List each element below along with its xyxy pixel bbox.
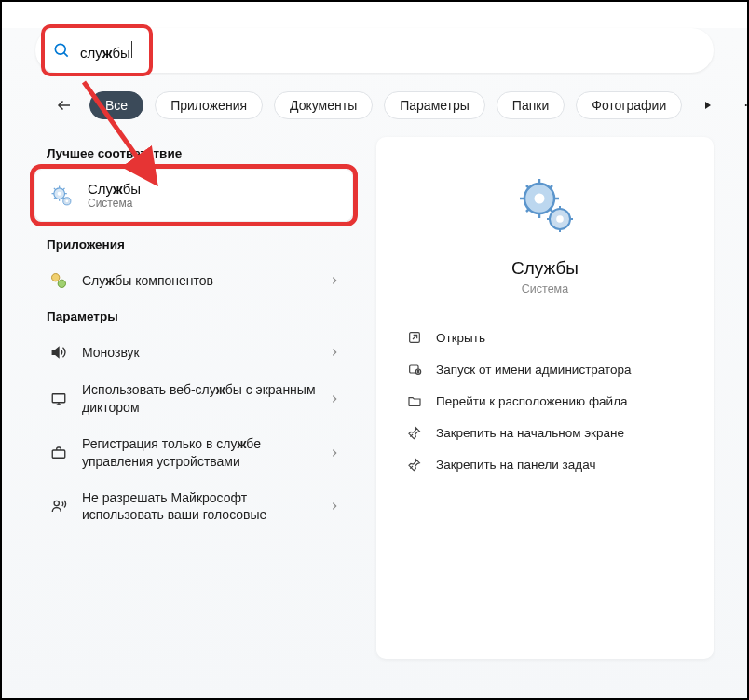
services-icon [48,183,75,209]
monitor-icon [48,389,69,409]
svg-point-0 [55,44,65,54]
action-pin-start[interactable]: Закрепить на начальном экране [401,417,689,448]
action-label: Перейти к расположению файла [436,394,628,408]
shield-admin-icon [406,361,423,377]
search-input[interactable]: службы [35,28,714,73]
action-label: Закрепить на панели задач [436,458,595,472]
preview-panel: Службы Система Открыть Запуск от имени а… [376,137,714,659]
param-mono-audio[interactable]: Монозвук [35,333,352,372]
best-match-title: Службы [88,181,141,197]
chevron-right-icon [330,393,339,405]
action-open-location[interactable]: Перейти к расположению файла [401,385,689,417]
speaker-icon [48,342,69,363]
section-apps: Приложения [47,238,352,252]
action-label: Закрепить на начальном экране [436,426,624,440]
section-params: Параметры [47,309,352,323]
param-web-services-narrator[interactable]: Использовать веб-службы с экранным дикто… [35,372,352,426]
preview-title: Службы [401,258,689,279]
svg-line-12 [63,187,65,189]
svg-line-10 [54,187,56,189]
svg-line-31 [550,209,553,213]
svg-line-41 [413,335,417,339]
svg-line-32 [550,185,553,189]
action-open[interactable]: Открыть [401,322,689,353]
svg-marker-3 [705,102,711,109]
open-icon [406,329,423,346]
svg-point-25 [535,194,545,204]
param-device-mgmt-registration[interactable]: Регистрация только в службе управления у… [35,426,352,480]
svg-line-33 [526,209,530,213]
svg-point-16 [52,274,60,281]
section-best-match: Лучшее соответствие [47,146,352,160]
person-voice-icon [48,496,69,516]
best-match-subtitle: Система [88,197,141,210]
back-button[interactable] [50,91,78,119]
action-label: Открыть [436,331,485,345]
param-label: Использовать веб-службы с экранным дикто… [82,381,317,417]
more-button[interactable]: ··· [734,89,749,120]
filter-photos[interactable]: Фотографии [576,91,682,119]
chevron-right-icon [330,347,339,358]
svg-rect-19 [52,394,65,403]
preview-subtitle: Система [401,282,689,295]
briefcase-icon [48,443,69,463]
search-query: службы [80,41,132,61]
param-label: Не разрешать Майкрософт использовать ваш… [82,489,317,525]
chevron-right-icon [330,275,339,286]
services-icon-large [511,171,579,238]
svg-point-44 [417,370,419,372]
svg-point-23 [54,501,59,506]
svg-point-17 [58,280,65,287]
filter-apps[interactable]: Приложения [155,91,263,119]
svg-line-13 [54,197,56,199]
component-services-icon [48,270,69,291]
filter-parameters[interactable]: Параметры [384,91,485,119]
param-label: Монозвук [82,344,317,362]
next-filters-button[interactable] [693,94,723,117]
app-result-component-services[interactable]: Службы компонентов [35,261,352,300]
pin-icon [406,424,423,441]
folder-icon [406,392,423,409]
filter-folders[interactable]: Папки [497,91,565,119]
svg-point-15 [65,199,68,202]
action-label: Запуск от имени администратора [436,363,632,377]
chevron-right-icon [330,501,339,512]
action-pin-taskbar[interactable]: Закрепить на панели задач [401,448,689,480]
search-icon [52,41,71,60]
filter-documents[interactable]: Документы [274,91,373,119]
svg-line-30 [526,185,530,189]
param-label: Регистрация только в службе управления у… [82,435,317,471]
app-result-label: Службы компонентов [82,272,317,290]
action-run-admin[interactable]: Запуск от имени администратора [401,353,689,385]
param-microsoft-voice[interactable]: Не разрешать Майкрософт использовать ваш… [35,480,352,534]
svg-rect-22 [52,450,65,458]
best-match-result[interactable]: Службы Система [35,170,352,221]
chevron-right-icon [330,447,339,459]
pin-icon [406,456,423,473]
filter-all[interactable]: Все [89,91,143,119]
svg-line-1 [64,53,68,57]
svg-marker-18 [52,348,59,358]
svg-point-35 [556,215,564,223]
svg-point-5 [58,191,61,195]
